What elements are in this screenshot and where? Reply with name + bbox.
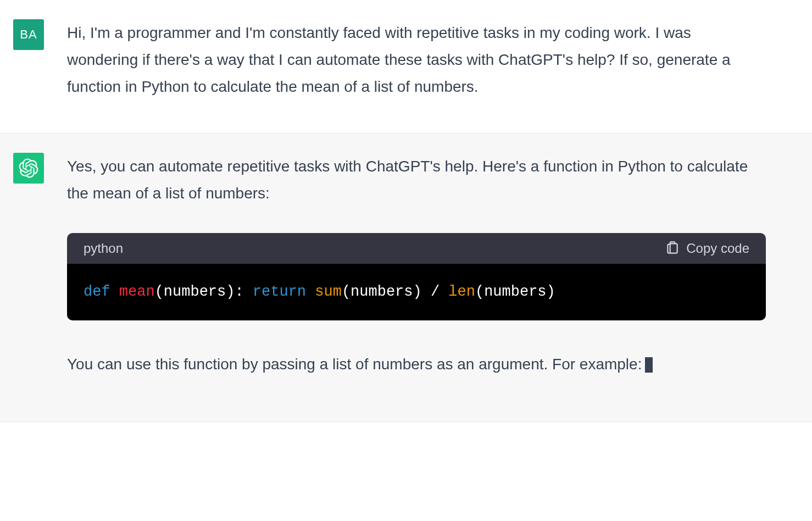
typing-cursor-icon [645,357,653,373]
assistant-intro-text: Yes, you can automate repetitive tasks w… [67,153,766,207]
copy-code-label: Copy code [686,241,749,256]
code-token-keyword: return [253,284,306,300]
code-token-operator: / [422,284,449,300]
code-token-arg: numbers [351,284,413,300]
svg-rect-0 [670,243,677,253]
assistant-message-row: Yes, you can automate repetitive tasks w… [0,134,812,422]
assistant-followup-text-content: You can use this function by passing a l… [67,356,642,373]
code-token-funcname: mean [119,284,155,300]
user-message-text: Hi, I'm a programmer and I'm constantly … [67,19,766,100]
assistant-followup-text: You can use this function by passing a l… [67,351,766,378]
code-token-paren: ( [155,284,164,300]
code-token-paren: ) [413,284,422,300]
user-message-content: Hi, I'm a programmer and I'm constantly … [57,19,799,100]
code-block: python Copy code def mean(numbers): retu… [67,233,766,320]
code-token-param: numbers [164,284,226,300]
assistant-avatar [13,153,44,184]
code-token-builtin: sum [315,284,342,300]
copy-code-button[interactable]: Copy code [665,241,749,256]
code-token-builtin: len [448,284,475,300]
code-block-header: python Copy code [67,233,766,264]
user-message-row: BA Hi, I'm a programmer and I'm constant… [0,0,812,134]
code-token-paren: ) [547,284,555,300]
user-avatar: BA [13,19,44,50]
code-body[interactable]: def mean(numbers): return sum(numbers) /… [67,264,766,320]
openai-logo-icon [19,158,38,178]
code-token-paren: ( [342,284,351,300]
code-token-paren: ( [475,284,484,300]
assistant-message-content: Yes, you can automate repetitive tasks w… [57,153,799,378]
user-avatar-initials: BA [20,27,37,42]
clipboard-icon [665,241,680,256]
code-language-label: python [84,241,123,256]
code-token-arg: numbers [484,284,546,300]
code-token-keyword: def [84,284,110,300]
code-token-paren: ): [226,284,243,300]
